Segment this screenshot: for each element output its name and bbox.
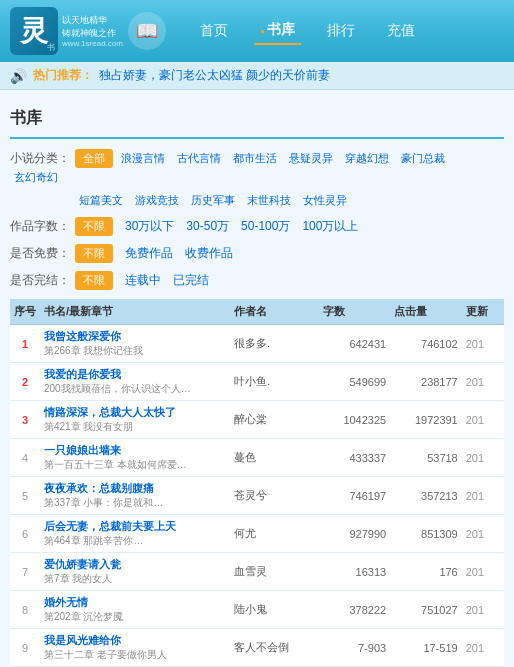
book-chapter: 第202章 沉沦梦魇 <box>44 610 226 624</box>
book-chapter: 第一百五十三章 本就如何席爱… <box>44 458 226 472</box>
book-title[interactable]: 一只娘娘出墙来 <box>44 443 226 458</box>
book-title-cell[interactable]: 情路深深，总裁大人太快了 第421章 我没有女朋 <box>40 401 230 439</box>
logo-tagline: 以天地精华铸就神魄之作 <box>62 14 123 39</box>
row-num: 7 <box>10 553 40 591</box>
book-title[interactable]: 我是风光难给你 <box>44 633 226 648</box>
book-title-cell[interactable]: 夜夜承欢：总裁别腹痛 第337章 小事：你是就和… <box>40 477 230 515</box>
page-title: 书库 <box>10 100 504 139</box>
free-unlimited[interactable]: 不限 <box>75 244 113 263</box>
author-cell[interactable]: 叶小鱼. <box>230 363 319 401</box>
book-title[interactable]: 我曾这般深爱你 <box>44 329 226 344</box>
book-title-cell[interactable]: 一只娘娘出墙来 第一百五十三章 本就如何席爱… <box>40 439 230 477</box>
words-cell: 927990 <box>319 515 391 553</box>
marquee-text[interactable]: 独占娇妻，豪门老公太凶猛 颜少的天价前妻 <box>99 67 330 84</box>
update-cell: 201 <box>462 363 504 401</box>
complete-label: 是否完结： <box>10 272 75 289</box>
complete-ongoing[interactable]: 连载中 <box>119 270 167 291</box>
table-header: 序号 书名/最新章节 作者名 字数 点击量 更新 <box>10 299 504 325</box>
word-count-filter: 作品字数： 不限 30万以下 30-50万 50-100万 100万以上 <box>10 216 504 237</box>
words-cell: 549699 <box>319 363 391 401</box>
author-cell[interactable]: 陆小鬼 <box>230 591 319 629</box>
update-cell: 201 <box>462 629 504 667</box>
book-title-cell[interactable]: 婚外无情 第202章 沉沦梦魇 <box>40 591 230 629</box>
th-author: 作者名 <box>230 299 319 325</box>
cat-xuan[interactable]: 玄幻奇幻 <box>10 168 62 187</box>
book-chapter: 第三十二章 老子要做你男人 <box>44 648 226 662</box>
cat-tech[interactable]: 末世科技 <box>243 191 295 210</box>
words-cell: 378222 <box>319 591 391 629</box>
speaker-icon: 🔊 <box>10 68 27 84</box>
free-paid[interactable]: 收费作品 <box>179 243 239 264</box>
cat-game[interactable]: 游戏竞技 <box>131 191 183 210</box>
marquee-bar: 🔊 热门推荐： 独占娇妻，豪门老公太凶猛 颜少的天价前妻 <box>0 62 514 90</box>
category-label: 小说分类： <box>10 150 75 167</box>
clicks-cell: 53718 <box>390 439 462 477</box>
cat-female[interactable]: 女性灵异 <box>299 191 351 210</box>
update-cell: 201 <box>462 325 504 363</box>
words-cell: 7-903 <box>319 629 391 667</box>
cat-all[interactable]: 全部 <box>75 149 113 168</box>
book-title-cell[interactable]: 我爱的是你爱我 200我找顾蓓信，你认识这个人… <box>40 363 230 401</box>
author-cell[interactable]: 很多多. <box>230 325 319 363</box>
wc-30below[interactable]: 30万以下 <box>119 216 180 237</box>
wc-unlimited[interactable]: 不限 <box>75 217 113 236</box>
cat-urban[interactable]: 都市生活 <box>229 149 281 168</box>
author-cell[interactable]: 何尤 <box>230 515 319 553</box>
complete-finished[interactable]: 已完结 <box>167 270 215 291</box>
header: 灵 书 以天地精华铸就神魄之作 www.1sread.com 📖 首页 ●书库 … <box>0 0 514 62</box>
logo-icon: 灵 <box>20 17 48 45</box>
cat-mystery[interactable]: 悬疑灵异 <box>285 149 337 168</box>
nav-library[interactable]: ●书库 <box>254 17 301 45</box>
complete-unlimited[interactable]: 不限 <box>75 271 113 290</box>
book-title-cell[interactable]: 爱仇娇妻请入瓮 第7章 我的女人 <box>40 553 230 591</box>
free-free[interactable]: 免费作品 <box>119 243 179 264</box>
clicks-cell: 851309 <box>390 515 462 553</box>
update-cell: 201 <box>462 515 504 553</box>
nav-home[interactable]: 首页 <box>194 18 234 44</box>
words-cell: 642431 <box>319 325 391 363</box>
wc-50100[interactable]: 50-100万 <box>235 216 296 237</box>
nav-ranking[interactable]: 排行 <box>321 18 361 44</box>
th-words: 字数 <box>319 299 391 325</box>
cat-fantasy[interactable]: 穿越幻想 <box>341 149 393 168</box>
cat-tycoon[interactable]: 豪门总裁 <box>397 149 449 168</box>
update-cell: 201 <box>462 477 504 515</box>
book-title[interactable]: 情路深深，总裁大人太快了 <box>44 405 226 420</box>
cat-ancient[interactable]: 古代言情 <box>173 149 225 168</box>
book-title[interactable]: 后会无妻，总裁前夫要上天 <box>44 519 226 534</box>
author-cell[interactable]: 血雪灵 <box>230 553 319 591</box>
category-filter-row: 小说分类： 全部 浪漫言情 古代言情 都市生活 悬疑灵异 穿越幻想 豪门总裁 玄… <box>10 149 504 187</box>
clicks-cell: 17-519 <box>390 629 462 667</box>
book-title-cell[interactable]: 我是风光难给你 第三十二章 老子要做你男人 <box>40 629 230 667</box>
wc-3050[interactable]: 30-50万 <box>180 216 235 237</box>
cat-history[interactable]: 历史军事 <box>187 191 239 210</box>
clicks-cell: 751027 <box>390 591 462 629</box>
author-cell[interactable]: 苍灵兮 <box>230 477 319 515</box>
author-cell[interactable]: 醉心棠 <box>230 401 319 439</box>
book-title[interactable]: 爱仇娇妻请入瓮 <box>44 557 226 572</box>
author-cell[interactable]: 蔓色 <box>230 439 319 477</box>
cat-romance[interactable]: 浪漫言情 <box>117 149 169 168</box>
logo-area: 灵 书 以天地精华铸就神魄之作 www.1sread.com <box>10 7 120 55</box>
table-row: 4 一只娘娘出墙来 第一百五十三章 本就如何席爱… 蔓色 433337 5371… <box>10 439 504 477</box>
nav-recharge[interactable]: 充值 <box>381 18 421 44</box>
table-row: 1 我曾这般深爱你 第266章 我想你记住我 很多多. 642431 74610… <box>10 325 504 363</box>
content-area: 书库 小说分类： 全部 浪漫言情 古代言情 都市生活 悬疑灵异 穿越幻想 豪门总… <box>0 90 514 667</box>
table-row: 8 婚外无情 第202章 沉沦梦魇 陆小鬼 378222 751027 201 <box>10 591 504 629</box>
book-title[interactable]: 我爱的是你爱我 <box>44 367 226 382</box>
book-title-cell[interactable]: 我曾这般深爱你 第266章 我想你记住我 <box>40 325 230 363</box>
cat-short[interactable]: 短篇美文 <box>75 191 127 210</box>
marquee-label: 热门推荐： <box>33 67 93 84</box>
logo-sub-icon: 书 <box>47 42 55 53</box>
th-update: 更新 <box>462 299 504 325</box>
row-num: 2 <box>10 363 40 401</box>
logo-url: www.1sread.com <box>62 39 123 48</box>
clicks-cell: 357213 <box>390 477 462 515</box>
table-row: 5 夜夜承欢：总裁别腹痛 第337章 小事：你是就和… 苍灵兮 746197 3… <box>10 477 504 515</box>
update-cell: 201 <box>462 401 504 439</box>
book-title[interactable]: 夜夜承欢：总裁别腹痛 <box>44 481 226 496</box>
book-title[interactable]: 婚外无情 <box>44 595 226 610</box>
wc-100above[interactable]: 100万以上 <box>296 216 364 237</box>
author-cell[interactable]: 客人不会倒 <box>230 629 319 667</box>
book-title-cell[interactable]: 后会无妻，总裁前夫要上天 第464章 那跳辛苦你… <box>40 515 230 553</box>
